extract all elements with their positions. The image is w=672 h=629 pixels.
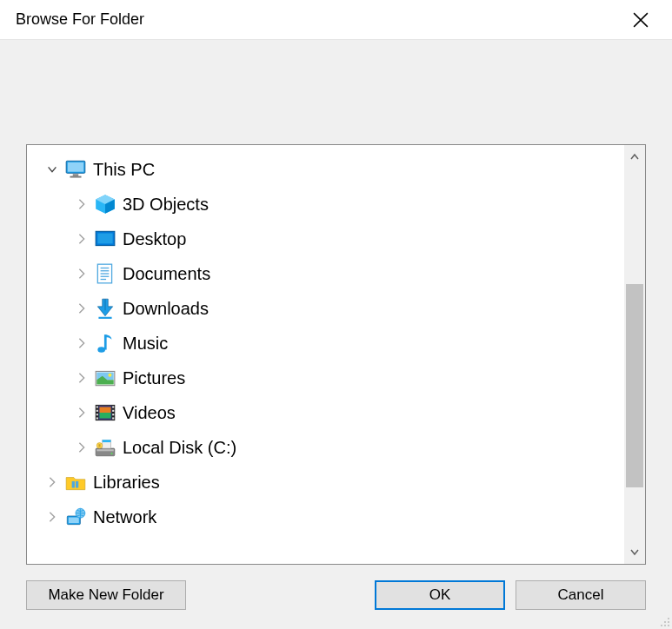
svg-point-33 [111,453,113,454]
svg-point-44 [668,621,669,623]
svg-point-47 [668,625,669,626]
tree-item-libraries[interactable]: Libraries [30,465,645,500]
svg-point-43 [664,621,666,623]
svg-rect-21 [96,406,98,407]
svg-rect-24 [96,417,98,419]
tree-item-music[interactable]: Music [30,326,645,361]
tree-label: Network [93,507,156,527]
documents-icon [93,262,117,286]
tree-label: 3D Objects [123,195,209,215]
tree-label: Local Disk (C:) [123,438,236,458]
desktop-icon [93,227,117,251]
tree-label: Desktop [123,229,186,249]
svg-point-17 [108,374,111,377]
tree-item-desktop[interactable]: Desktop [30,222,645,256]
make-new-folder-button[interactable]: Make New Folder [26,580,186,610]
cancel-button[interactable]: Cancel [516,580,646,610]
svg-rect-22 [96,410,98,412]
network-icon [63,505,88,529]
chevron-right-icon[interactable] [74,370,90,386]
button-row: Make New Folder OK Cancel [26,580,646,610]
tree-label: Downloads [123,299,209,319]
scroll-down-icon[interactable] [624,541,645,562]
close-icon [633,12,649,28]
svg-rect-2 [73,174,79,175]
svg-point-13 [97,347,105,353]
svg-rect-1 [68,162,83,172]
svg-rect-40 [69,518,79,524]
downloads-icon [93,296,117,321]
svg-rect-35 [103,440,111,442]
pictures-icon [93,366,117,390]
tree-label: Videos [123,403,176,423]
scrollbar[interactable] [624,145,645,564]
svg-rect-30 [100,413,111,419]
svg-rect-3 [70,176,82,178]
tree-item-videos[interactable]: Videos [30,395,645,430]
tree-label: Libraries [93,473,160,493]
svg-rect-26 [112,410,114,412]
svg-rect-23 [96,414,98,415]
folder-tree[interactable]: This PC 3D Objects Desktop [26,144,646,565]
music-icon [93,331,117,355]
scroll-up-icon[interactable] [624,147,645,168]
chevron-right-icon[interactable] [74,440,90,455]
tree-item-network[interactable]: Network [30,500,645,534]
svg-rect-25 [112,406,114,407]
chevron-right-icon[interactable] [74,196,90,212]
tree-label: This PC [93,160,155,180]
chevron-right-icon[interactable] [74,301,90,316]
this-pc-icon [63,157,88,182]
tree-label: Pictures [123,368,185,388]
scroll-thumb[interactable] [626,284,643,487]
tree-item-3d-objects[interactable]: 3D Objects [30,187,645,222]
cube-icon [93,192,117,216]
browse-folder-dialog: Browse For Folder This PC [0,0,672,629]
tree-label: Documents [123,264,210,284]
svg-point-42 [668,618,669,619]
svg-rect-37 [72,481,75,488]
window-title: Browse For Folder [16,10,625,29]
tree-item-this-pc[interactable]: This PC [30,152,645,187]
titlebar: Browse For Folder [0,0,672,40]
libraries-icon [63,470,88,494]
tree-item-pictures[interactable]: Pictures [30,361,645,395]
svg-rect-32 [96,449,114,451]
svg-rect-12 [98,317,111,319]
svg-point-45 [661,625,662,626]
svg-rect-36 [98,444,100,447]
svg-rect-5 [97,234,112,244]
svg-rect-38 [76,481,78,488]
chevron-right-icon[interactable] [74,335,90,351]
tree-label: Music [123,334,168,354]
content-area: This PC 3D Objects Desktop [0,40,672,629]
tree-item-local-disk[interactable]: Local Disk (C:) [30,430,645,465]
svg-rect-29 [100,407,111,414]
resize-grip-icon[interactable] [656,613,670,627]
chevron-right-icon[interactable] [74,266,90,281]
chevron-right-icon[interactable] [44,474,60,490]
drive-icon [93,435,117,460]
chevron-down-icon[interactable] [44,162,60,177]
chevron-right-icon[interactable] [74,405,90,420]
chevron-right-icon[interactable] [44,509,60,525]
svg-point-46 [664,625,666,626]
chevron-right-icon[interactable] [74,231,90,247]
ok-button[interactable]: OK [375,580,505,610]
tree-item-downloads[interactable]: Downloads [30,291,645,326]
tree-item-documents[interactable]: Documents [30,256,645,291]
videos-icon [93,401,117,425]
close-button[interactable] [625,4,656,36]
svg-rect-27 [112,414,114,415]
svg-rect-28 [112,417,114,419]
